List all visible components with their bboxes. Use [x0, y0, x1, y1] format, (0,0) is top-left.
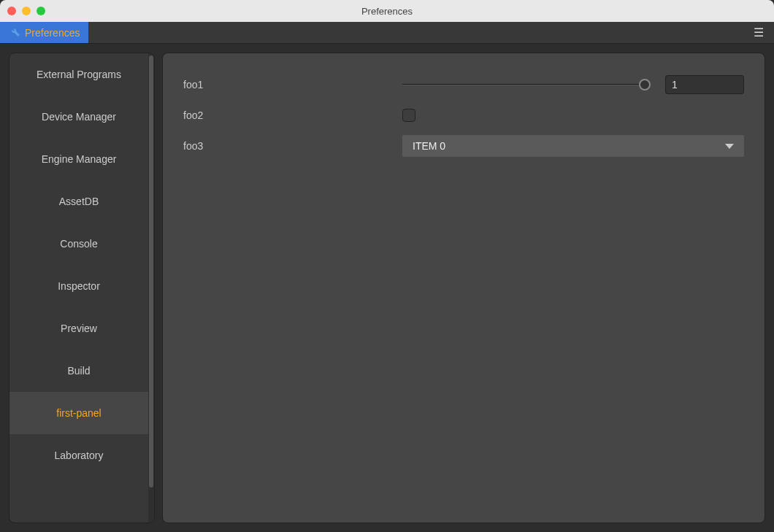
- slider-thumb[interactable]: [639, 79, 651, 90]
- sidebar-item-label: first-panel: [56, 407, 101, 419]
- tab-label: Preferences: [25, 27, 80, 39]
- sidebar-item-label: AssetDB: [59, 196, 99, 207]
- foo3-select-value: ITEM 0: [413, 140, 445, 152]
- foo1-slider[interactable]: [402, 77, 651, 92]
- sidebar-item-first-panel[interactable]: first-panel: [9, 392, 148, 434]
- tab-preferences[interactable]: Preferences: [0, 22, 88, 43]
- content-panel: foo1 foo2 foo3 ITEM 0: [162, 53, 765, 523]
- sidebar-item-external-programs[interactable]: External Programs: [9, 53, 148, 96]
- sidebar: External Programs Device Manager Engine …: [9, 53, 155, 523]
- menu-icon[interactable]: ☰: [743, 26, 774, 39]
- sidebar-scrollbar-thumb[interactable]: [149, 55, 153, 487]
- tab-bar: Preferences ☰: [0, 22, 774, 44]
- sidebar-item-preview[interactable]: Preview: [9, 307, 148, 350]
- sidebar-item-label: Device Manager: [42, 111, 116, 123]
- workspace: External Programs Device Manager Engine …: [0, 44, 774, 532]
- sidebar-item-label: External Programs: [37, 69, 121, 80]
- sidebar-item-label: Build: [67, 365, 90, 377]
- sidebar-item-engine-manager[interactable]: Engine Manager: [9, 138, 148, 180]
- foo1-number-input[interactable]: [665, 75, 744, 94]
- sidebar-item-label: Inspector: [58, 280, 100, 292]
- window-controls: [7, 7, 45, 15]
- minimize-window-button[interactable]: [22, 7, 31, 15]
- sidebar-item-assetdb[interactable]: AssetDB: [9, 180, 148, 223]
- sidebar-item-build[interactable]: Build: [9, 350, 148, 392]
- sidebar-item-label: Engine Manager: [42, 153, 117, 165]
- sidebar-item-laboratory[interactable]: Laboratory: [9, 434, 148, 477]
- foo1-label: foo1: [183, 79, 402, 90]
- sidebar-scrollbar[interactable]: [148, 53, 154, 523]
- row-foo1: foo1: [183, 71, 744, 99]
- sidebar-item-device-manager[interactable]: Device Manager: [9, 96, 148, 138]
- foo2-label: foo2: [183, 109, 402, 121]
- close-window-button[interactable]: [7, 7, 16, 15]
- sidebar-item-inspector[interactable]: Inspector: [9, 265, 148, 307]
- row-foo2: foo2: [183, 101, 744, 129]
- slider-track: [402, 84, 651, 85]
- maximize-window-button[interactable]: [37, 7, 45, 15]
- row-foo3: foo3 ITEM 0: [183, 132, 744, 160]
- window-title: Preferences: [361, 6, 413, 17]
- foo3-label: foo3: [183, 140, 402, 152]
- chevron-down-icon: [725, 144, 734, 149]
- foo3-select[interactable]: ITEM 0: [402, 135, 744, 157]
- sidebar-item-console[interactable]: Console: [9, 223, 148, 265]
- sidebar-item-label: Preview: [61, 323, 97, 334]
- titlebar: Preferences: [0, 0, 774, 22]
- sidebar-item-label: Laboratory: [55, 450, 104, 461]
- wrench-icon: [9, 26, 20, 39]
- sidebar-list: External Programs Device Manager Engine …: [9, 53, 148, 523]
- sidebar-item-label: Console: [60, 238, 97, 250]
- foo2-checkbox[interactable]: [402, 109, 415, 122]
